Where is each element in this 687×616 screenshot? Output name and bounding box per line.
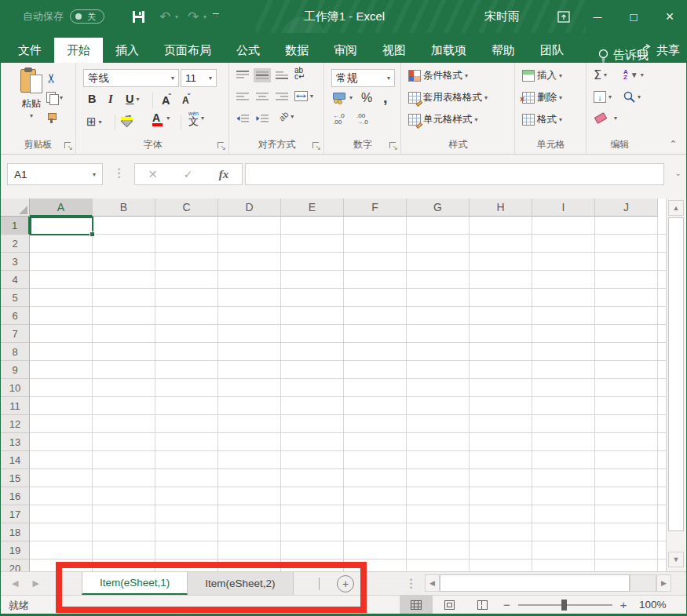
column-header[interactable]: B xyxy=(93,199,155,217)
cut-button[interactable]: ✂ xyxy=(46,71,57,86)
confirm-entry-button[interactable]: ✓ xyxy=(184,168,193,180)
horizontal-scrollbar-thumb[interactable] xyxy=(440,574,630,592)
font-name-combo[interactable]: 等线▾ xyxy=(83,69,179,87)
user-name[interactable]: 宋时雨 xyxy=(484,9,520,24)
phonetic-button[interactable]: wén文▾ xyxy=(188,110,204,126)
scroll-right-button[interactable]: ▶ xyxy=(656,574,671,592)
merge-center-button[interactable]: ▾ xyxy=(294,91,313,101)
row-header[interactable]: 5 xyxy=(1,289,30,307)
cancel-entry-button[interactable]: ✕ xyxy=(148,168,158,180)
maximize-button[interactable]: □ xyxy=(616,0,652,33)
row-header[interactable]: 11 xyxy=(1,397,30,415)
normal-view-button[interactable] xyxy=(400,596,433,614)
row-header[interactable]: 13 xyxy=(1,433,30,451)
bold-button[interactable]: B xyxy=(88,93,96,105)
column-header[interactable]: F xyxy=(344,199,407,217)
insert-cells-button[interactable]: 插入▾ xyxy=(522,69,562,82)
row-header[interactable]: 8 xyxy=(1,343,30,361)
decrease-font-button[interactable]: A xyxy=(182,93,190,106)
fill-button[interactable]: ↓▾ xyxy=(594,91,612,103)
increase-font-button[interactable]: A xyxy=(162,93,171,107)
decrease-indent-button[interactable] xyxy=(236,115,249,124)
underline-button[interactable]: U▾ xyxy=(126,93,140,105)
ribbon-display-options-button[interactable] xyxy=(548,0,579,33)
column-header[interactable]: G xyxy=(407,199,470,217)
column-header[interactable]: J xyxy=(595,199,658,217)
vertical-scrollbar[interactable]: ▲ ▼ xyxy=(666,199,685,571)
column-header[interactable]: I xyxy=(532,199,595,217)
namebox-resize-handle[interactable]: ••• xyxy=(118,168,121,180)
row-header[interactable]: 17 xyxy=(1,505,30,523)
autosum-button[interactable]: Σ▾ xyxy=(594,67,607,82)
row-header[interactable]: 15 xyxy=(1,469,30,487)
horizontal-scrollbar-track[interactable] xyxy=(630,574,656,592)
row-header[interactable]: 16 xyxy=(1,487,30,505)
font-size-combo[interactable]: 11▾ xyxy=(181,69,217,87)
column-header[interactable]: D xyxy=(218,199,281,217)
column-header[interactable]: H xyxy=(470,199,532,217)
wrap-text-button[interactable]: abc↵ xyxy=(294,67,305,80)
orientation-button[interactable]: ab▾ xyxy=(279,111,294,121)
clear-button[interactable]: ▾ xyxy=(595,115,617,122)
italic-button[interactable]: I xyxy=(108,93,113,106)
scroll-left-button[interactable]: ◀ xyxy=(425,574,440,592)
tabbar-resize-handle[interactable]: ••• xyxy=(410,578,412,590)
collapse-ribbon-button[interactable]: ⌃ xyxy=(670,139,677,149)
ribbon-tab[interactable]: 公式 xyxy=(224,38,272,63)
align-top-button[interactable] xyxy=(236,71,249,80)
insert-function-button[interactable]: fx xyxy=(219,168,229,181)
page-layout-view-button[interactable] xyxy=(433,596,466,614)
find-select-button[interactable]: ▾ xyxy=(623,91,641,103)
borders-button[interactable]: ⊞▾ xyxy=(86,115,102,129)
fill-handle[interactable] xyxy=(90,231,95,237)
zoom-out-button[interactable]: − xyxy=(503,598,510,611)
cell-styles-button[interactable]: 单元格样式▾ xyxy=(408,113,478,126)
sheet-tab-2[interactable]: Item(eSheet,2) xyxy=(188,572,293,595)
increase-indent-button[interactable] xyxy=(256,115,269,124)
align-right-button[interactable] xyxy=(276,93,288,102)
ribbon-tab[interactable]: 审阅 xyxy=(321,38,370,63)
prev-sheet-button[interactable]: ◀ xyxy=(12,578,18,589)
expand-formula-bar-button[interactable]: ⌄ xyxy=(675,169,682,177)
page-break-view-button[interactable] xyxy=(466,596,499,614)
selected-cell-a1[interactable] xyxy=(30,217,93,235)
increase-decimal-button[interactable]: ←.0.00 xyxy=(333,113,345,126)
name-box[interactable]: A1 ▾ xyxy=(7,163,103,185)
ribbon-tab[interactable]: 团队 xyxy=(528,38,576,63)
close-button[interactable]: × xyxy=(652,0,687,33)
row-header[interactable]: 6 xyxy=(1,307,30,325)
new-sheet-button[interactable]: + xyxy=(337,575,354,592)
sheet-tab-1[interactable]: Item(eSheet,1) xyxy=(82,572,188,595)
fill-color-button[interactable]: ▾ xyxy=(121,113,131,120)
share-button[interactable]: 共享 xyxy=(637,43,680,58)
horizontal-scrollbar[interactable]: ◀ ▶ xyxy=(425,574,672,592)
scroll-up-button[interactable]: ▲ xyxy=(668,200,684,216)
align-bottom-button[interactable] xyxy=(276,71,288,80)
zoom-level[interactable]: 100% xyxy=(639,599,667,611)
column-header[interactable]: C xyxy=(155,199,218,217)
alignment-dialog-launcher[interactable] xyxy=(312,142,320,151)
row-header[interactable]: 12 xyxy=(1,415,30,433)
name-box-dropdown[interactable]: ▾ xyxy=(93,171,96,178)
minimize-button[interactable]: ─ xyxy=(579,0,616,33)
align-center-button[interactable] xyxy=(256,93,269,102)
row-header[interactable]: 20 xyxy=(1,560,30,571)
select-all-button[interactable] xyxy=(1,199,30,217)
scroll-down-button[interactable]: ▼ xyxy=(668,552,684,567)
row-header[interactable]: 19 xyxy=(1,541,30,560)
row-header[interactable]: 18 xyxy=(1,523,30,541)
number-format-combo[interactable]: 常规▾ xyxy=(331,69,395,87)
column-header[interactable]: A xyxy=(30,199,93,217)
row-header[interactable]: 14 xyxy=(1,451,30,469)
ribbon-tab[interactable]: 插入 xyxy=(103,38,152,63)
row-header[interactable]: 9 xyxy=(1,361,30,379)
ribbon-tab[interactable]: 加载项 xyxy=(418,38,479,63)
row-header[interactable]: 3 xyxy=(1,253,30,271)
format-painter-button[interactable] xyxy=(46,113,57,124)
copy-button[interactable]: ▾ xyxy=(46,92,63,104)
row-header[interactable]: 4 xyxy=(1,271,30,289)
ribbon-tab[interactable]: 帮助 xyxy=(479,38,528,63)
font-dialog-launcher[interactable] xyxy=(217,142,225,151)
format-cells-button[interactable]: 格式▾ xyxy=(522,113,562,126)
zoom-slider[interactable] xyxy=(518,604,612,606)
